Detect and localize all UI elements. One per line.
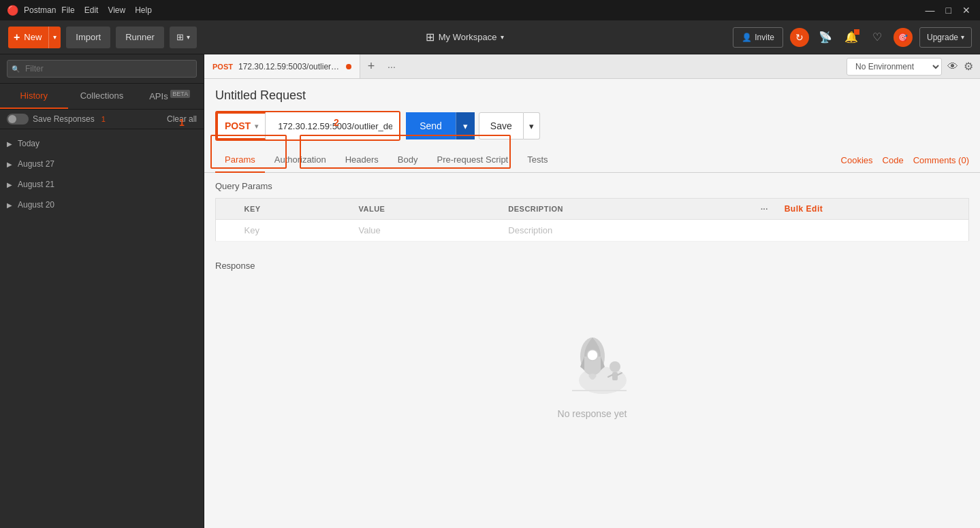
history-group-aug20-header[interactable]: ▶ August 20 (0, 196, 204, 214)
sidebar-history: ▶ Today ▶ August 27 ▶ August 21 ▶ (0, 129, 204, 528)
runner-button[interactable]: Runner (116, 27, 164, 48)
tab-method-label: POST (212, 63, 233, 71)
app-logo: 🔴 (7, 5, 18, 16)
eye-button[interactable]: 👁 (947, 61, 958, 73)
method-dropdown-icon: ▾ (255, 122, 258, 130)
history-group-aug21-label: August 21 (18, 180, 54, 189)
upgrade-button[interactable]: Upgrade ▾ (919, 27, 972, 48)
sync-button[interactable]: ↻ (790, 28, 809, 47)
comments-link[interactable]: Comments (0) (913, 155, 969, 165)
tab-params[interactable]: Params (215, 148, 265, 173)
tab-body[interactable]: Body (388, 148, 428, 173)
params-empty-row: Key Value Description (216, 220, 969, 242)
more-icon[interactable]: ··· (761, 205, 768, 213)
more-tabs-button[interactable]: ··· (382, 57, 401, 76)
rocket-illustration (552, 316, 633, 397)
menu-help[interactable]: Help (135, 5, 152, 15)
row-key[interactable]: Key (236, 220, 351, 242)
history-group-aug27-header[interactable]: ▶ August 27 (0, 155, 204, 173)
bulk-edit-button[interactable]: Bulk Edit (785, 204, 823, 214)
cookies-link[interactable]: Cookies (841, 155, 873, 165)
url-input[interactable] (271, 112, 399, 139)
tab-pre-request[interactable]: Pre-request Script (427, 148, 518, 173)
tab-url-label: 172.30.12.59:5003/outlier_det... (238, 62, 341, 71)
svg-point-3 (610, 361, 620, 372)
send-button[interactable]: Send (406, 112, 456, 139)
svg-rect-4 (612, 372, 618, 380)
save-responses-label: Save Responses (33, 114, 95, 124)
maximize-button[interactable]: □ (943, 5, 954, 16)
search-input[interactable] (7, 60, 197, 78)
import-button[interactable]: Import (66, 27, 110, 48)
workspace-icon: ⊞ (426, 31, 434, 44)
capture-button[interactable]: ⊞ ▾ (170, 27, 197, 48)
satellite-icon: 📡 (819, 31, 832, 44)
chevron-down-icon: ▾ (463, 121, 468, 131)
menu-edit[interactable]: Edit (84, 5, 99, 15)
tab-collections[interactable]: Collections (68, 84, 136, 109)
heart-button[interactable]: ♡ (868, 28, 887, 47)
svg-point-2 (587, 350, 598, 361)
send-dropdown-button[interactable]: ▾ (456, 112, 475, 139)
settings-button[interactable]: ⚙ (964, 60, 973, 73)
new-button[interactable]: + New ▾ (8, 27, 61, 48)
sidebar-search-area (0, 54, 204, 84)
tab-authorization[interactable]: Authorization (265, 148, 336, 173)
app-title: Postman (24, 5, 56, 15)
col-description-header: DESCRIPTION (500, 199, 748, 220)
save-dropdown-button[interactable]: ▾ (524, 112, 540, 139)
title-bar-controls: — □ ✕ (923, 5, 973, 16)
tab-history[interactable]: History (0, 84, 68, 109)
new-dropdown-arrow[interactable]: ▾ (49, 27, 61, 48)
menu-view[interactable]: View (108, 5, 125, 15)
method-selector[interactable]: POST ▾ (217, 112, 266, 139)
chevron-right-icon: ▶ (7, 201, 12, 209)
history-group-aug21-header[interactable]: ▶ August 21 (0, 176, 204, 193)
workspace-label: My Workspace (439, 32, 497, 42)
history-group-today-header[interactable]: ▶ Today (0, 135, 204, 152)
tabs-bar: POST 172.30.12.59:5003/outlier_det... + … (204, 54, 980, 79)
eye-icon: 👁 (947, 61, 958, 73)
tab-apis[interactable]: APIs BETA (136, 84, 204, 109)
chevron-right-icon: ▶ (7, 181, 12, 188)
col-bulk-edit: Bulk Edit (776, 199, 969, 220)
profile-icon: 🎯 (898, 33, 908, 42)
title-bar-menu: File Edit View Help (61, 5, 152, 15)
request-tab-active[interactable]: POST 172.30.12.59:5003/outlier_det... (204, 54, 360, 78)
minimize-button[interactable]: — (923, 5, 938, 16)
satellite-button[interactable]: 📡 (816, 28, 835, 47)
tab-headers[interactable]: Headers (336, 148, 388, 173)
tab-tests[interactable]: Tests (518, 148, 557, 173)
code-link[interactable]: Code (883, 155, 904, 165)
save-responses-toggle[interactable] (7, 114, 29, 125)
notifications-button[interactable]: 🔔 (842, 28, 861, 47)
history-group-aug21: ▶ August 21 (0, 176, 204, 193)
capture-arrow: ▾ (187, 33, 190, 41)
save-button[interactable]: Save (479, 112, 524, 139)
person-icon: 👤 (742, 33, 752, 42)
close-button[interactable]: ✕ (960, 5, 973, 16)
workspace-button[interactable]: ⊞ My Workspace ▾ (426, 31, 505, 44)
row-description[interactable]: Description (500, 220, 968, 242)
history-group-today: ▶ Today (0, 135, 204, 152)
invite-button[interactable]: 👤 Invite (733, 27, 783, 48)
environment-selector[interactable]: No Environment (847, 58, 942, 76)
request-tabs-right: Cookies Code Comments (0) (841, 155, 969, 165)
history-badge: 1 (101, 115, 106, 123)
clear-all-button[interactable]: Clear all (167, 114, 197, 124)
params-table: KEY VALUE DESCRIPTION ··· Bulk Edit (215, 198, 969, 242)
row-value[interactable]: Value (350, 220, 500, 242)
toolbar: + New ▾ Import Runner ⊞ ▾ ⊞ My Workspace… (0, 20, 980, 54)
add-tab-button[interactable]: + (360, 56, 382, 78)
new-label: New (24, 32, 42, 42)
menu-file[interactable]: File (61, 5, 74, 15)
toolbar-right: 👤 Invite ↻ 📡 🔔 ♡ 🎯 Upgrade ▾ (733, 27, 972, 48)
request-row: POST ▾ (215, 111, 400, 141)
params-table-header: KEY VALUE DESCRIPTION ··· Bulk Edit (216, 199, 969, 220)
profile-button[interactable]: 🎯 (894, 28, 913, 47)
upgrade-dropdown-icon: ▾ (961, 33, 964, 41)
sidebar: History Collections APIs BETA Save Respo… (0, 54, 204, 528)
save-button-group: Save ▾ (479, 112, 540, 139)
content-area: POST 172.30.12.59:5003/outlier_det... + … (204, 54, 980, 528)
new-button-main[interactable]: + New (8, 27, 49, 48)
